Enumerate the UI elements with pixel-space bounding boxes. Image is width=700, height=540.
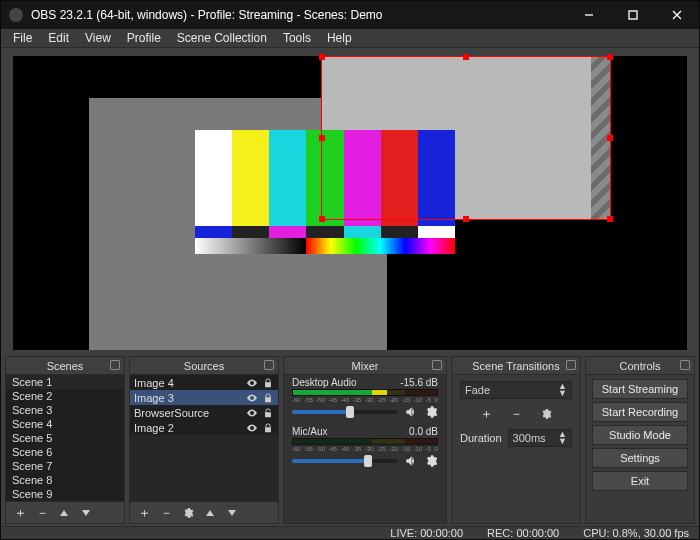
scene-row[interactable]: Scene 4 [6,417,124,431]
scene-row[interactable]: Scene 8 [6,473,124,487]
transition-current: Fade [465,384,490,396]
scene-row[interactable]: Scene 2 [6,389,124,403]
maximize-button[interactable] [611,1,655,29]
menu-file[interactable]: File [5,29,40,47]
mixer-channel: Desktop Audio-15.6 dB-60-55-50-45-40-35-… [284,375,446,424]
controls-dock: Controls Start Streaming Start Recording… [585,356,695,524]
mixer-body: Desktop Audio-15.6 dB-60-55-50-45-40-35-… [284,375,446,523]
handle-e[interactable] [607,135,613,141]
source-row[interactable]: Image 2 [130,420,278,435]
status-cpu: CPU: 0.8%, 30.00 fps [583,527,689,539]
menu-view[interactable]: View [77,29,119,47]
sources-dock: Sources Image 4Image 3BrowserSourceImage… [129,356,279,524]
mixer-header[interactable]: Mixer [284,357,446,375]
unlock-icon[interactable] [262,407,274,419]
preview-canvas[interactable] [89,56,611,350]
scene-row[interactable]: Scene 1 [6,375,124,389]
close-button[interactable] [655,1,699,29]
popout-icon[interactable] [432,360,442,370]
source-name: Image 2 [134,422,242,434]
handle-ne[interactable] [607,54,613,60]
selection-outline[interactable] [321,56,611,220]
controls-header[interactable]: Controls [586,357,694,375]
transition-select[interactable]: Fade ▲▼ [460,381,572,399]
lock-icon[interactable] [262,422,274,434]
transition-settings-button[interactable] [536,405,556,423]
volume-slider[interactable] [292,410,398,414]
updown-icon: ▲▼ [558,383,567,397]
source-row[interactable]: Image 3 [130,390,278,405]
menu-tools[interactable]: Tools [275,29,319,47]
scenes-list[interactable]: Scene 1Scene 2Scene 3Scene 4Scene 5Scene… [6,375,124,501]
lock-icon[interactable] [262,377,274,389]
mixer-title: Mixer [352,360,379,372]
transitions-dock: Scene Transitions Fade ▲▼ ＋ － Duration 3… [451,356,581,524]
handle-w[interactable] [319,135,325,141]
menu-help[interactable]: Help [319,29,360,47]
transitions-header[interactable]: Scene Transitions [452,357,580,375]
source-row[interactable]: Image 4 [130,375,278,390]
meter-ticks: -60-55-50-45-40-35-30-25-20-15-10-50 [292,446,438,452]
duration-input[interactable]: 300ms ▲▼ [508,429,572,447]
scenes-dock: Scenes Scene 1Scene 2Scene 3Scene 4Scene… [5,356,125,524]
scene-down-button[interactable] [76,504,96,522]
menu-scene-collection[interactable]: Scene Collection [169,29,275,47]
scene-row[interactable]: Scene 6 [6,445,124,459]
source-up-button[interactable] [200,504,220,522]
scene-add-button[interactable]: ＋ [10,504,30,522]
handle-sw[interactable] [319,216,325,222]
menu-profile[interactable]: Profile [119,29,169,47]
scene-row[interactable]: Scene 9 [6,487,124,501]
scenes-title: Scenes [47,360,84,372]
sources-toolbar: ＋ － [130,501,278,523]
scene-row[interactable]: Scene 5 [6,431,124,445]
speaker-icon[interactable] [404,454,418,468]
source-down-button[interactable] [222,504,242,522]
start-streaming-button[interactable]: Start Streaming [592,379,688,399]
scenes-header[interactable]: Scenes [6,357,124,375]
vu-meter [292,438,438,445]
transition-remove-button[interactable]: － [506,405,526,423]
handle-n[interactable] [463,54,469,60]
visibility-icon[interactable] [246,377,258,389]
exit-button[interactable]: Exit [592,471,688,491]
popout-icon[interactable] [110,360,120,370]
transition-add-button[interactable]: ＋ [476,405,496,423]
scene-remove-button[interactable]: － [32,504,52,522]
handle-nw[interactable] [319,54,325,60]
scene-row[interactable]: Scene 3 [6,403,124,417]
meter-ticks: -60-55-50-45-40-35-30-25-20-15-10-50 [292,397,438,403]
statusbar: LIVE: 00:00:00 REC: 00:00:00 CPU: 0.8%, … [1,526,699,539]
sources-title: Sources [184,360,224,372]
settings-button[interactable]: Settings [592,448,688,468]
source-row[interactable]: BrowserSource [130,405,278,420]
updown-icon: ▲▼ [558,431,567,445]
source-remove-button[interactable]: － [156,504,176,522]
visibility-icon[interactable] [246,422,258,434]
minimize-button[interactable] [567,1,611,29]
handle-se[interactable] [607,216,613,222]
volume-slider[interactable] [292,459,398,463]
popout-icon[interactable] [264,360,274,370]
popout-icon[interactable] [680,360,690,370]
visibility-icon[interactable] [246,392,258,404]
window-title: OBS 23.2.1 (64-bit, windows) - Profile: … [31,8,567,22]
popout-icon[interactable] [566,360,576,370]
lock-icon[interactable] [262,392,274,404]
gear-icon[interactable] [424,405,438,419]
sources-header[interactable]: Sources [130,357,278,375]
gear-icon[interactable] [424,454,438,468]
scene-row[interactable]: Scene 7 [6,459,124,473]
handle-s[interactable] [463,216,469,222]
visibility-icon[interactable] [246,407,258,419]
speaker-icon[interactable] [404,405,418,419]
mixer-dock: Mixer Desktop Audio-15.6 dB-60-55-50-45-… [283,356,447,524]
studio-mode-button[interactable]: Studio Mode [592,425,688,445]
source-add-button[interactable]: ＋ [134,504,154,522]
start-recording-button[interactable]: Start Recording [592,402,688,422]
menu-edit[interactable]: Edit [40,29,77,47]
scene-up-button[interactable] [54,504,74,522]
duration-value: 300ms [513,432,546,444]
sources-list[interactable]: Image 4Image 3BrowserSourceImage 2 [130,375,278,501]
source-settings-button[interactable] [178,504,198,522]
